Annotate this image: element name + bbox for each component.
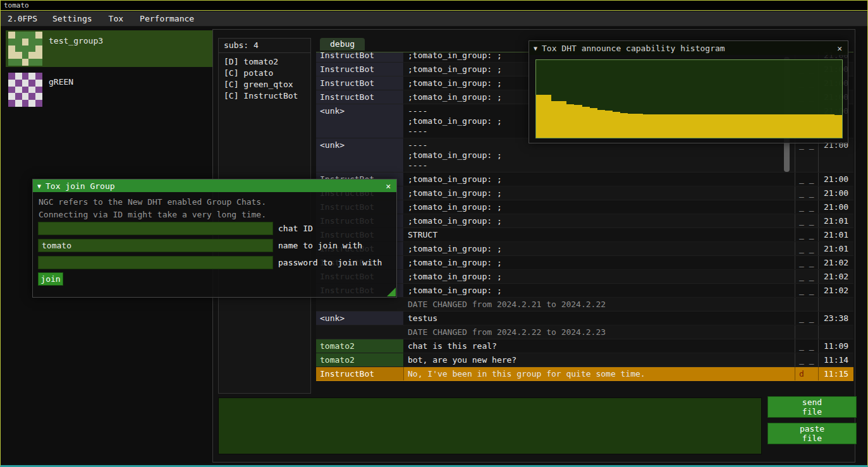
message-text: STRUCT [404, 228, 795, 241]
subs-member-potato[interactable]: [C] potato [219, 68, 310, 79]
message-time: 11:14 [818, 353, 853, 367]
sender-name: <unk> [316, 312, 404, 325]
tab-debug[interactable]: debug [320, 38, 365, 51]
sender-name: InstructBot [316, 63, 404, 76]
sender-name: tomato2 [316, 339, 404, 353]
message-row[interactable]: tomato2bot, are you new here?_ _11:14 [316, 353, 853, 367]
message-text: ;tomato_in_group: ; [404, 214, 795, 227]
message-time: 21:02 [818, 256, 853, 269]
chat-id-input[interactable] [38, 222, 273, 235]
group-name: test_group3 [49, 36, 103, 67]
group-item-test_group3[interactable]: test_group3 [6, 30, 212, 67]
resize-grip-icon[interactable] [387, 288, 396, 296]
message-input[interactable] [218, 397, 762, 454]
menu-item-tox[interactable]: Tox [101, 11, 131, 26]
group-item-gREEN[interactable]: gREEN [6, 71, 212, 108]
delivery-flags: _ _ [795, 353, 818, 367]
message-time: 11:09 [818, 339, 853, 353]
sender-name: InstructBot [316, 367, 404, 380]
histogram-bar [566, 104, 574, 138]
join-password-input[interactable] [38, 256, 273, 269]
histogram-bar [781, 114, 788, 138]
date-separator-row[interactable]: DATE CHANGED from 2024.2.21 to 2024.2.22 [316, 298, 853, 312]
message-row[interactable]: InstructBotNo, I've been in this group f… [316, 367, 853, 381]
histogram-bar [796, 114, 804, 138]
date-separator-row[interactable]: DATE CHANGED from 2024.2.22 to 2024.2.23 [316, 325, 853, 339]
collapse-arrow-icon[interactable]: ▼ [37, 183, 41, 190]
paste-file-button[interactable]: paste file [767, 423, 857, 444]
histogram-bar [719, 114, 727, 138]
subs-member-InstructBot[interactable]: [C] InstructBot [219, 90, 310, 102]
histogram-bar [628, 114, 635, 138]
histogram-bar [544, 95, 551, 138]
histogram-bar [666, 114, 674, 138]
histogram-bar [582, 107, 590, 138]
message-time [818, 325, 853, 339]
histogram-bar [651, 114, 658, 138]
histogram-bar [536, 95, 544, 138]
histogram-bar [620, 113, 628, 138]
histogram-bar [804, 114, 811, 138]
message-text: ;tomato_in_group: ; [404, 186, 795, 200]
group-avatar [8, 32, 42, 66]
os-titlebar[interactable]: tomato [1, 1, 867, 11]
histogram-bar [643, 114, 651, 138]
subs-member-green_qtox[interactable]: [C] green_qtox [219, 79, 310, 90]
histogram-bar [559, 101, 566, 138]
histogram-bar [773, 114, 781, 138]
message-time: 23:38 [818, 312, 853, 325]
delivery-flags: _ _ [795, 312, 818, 325]
histogram-bar [712, 114, 719, 138]
delivery-flags: _ _ [795, 186, 818, 200]
message-time: 21:00 [818, 173, 853, 186]
message-row[interactable]: <unk>testus_ _23:38 [316, 312, 853, 325]
sender-name: InstructBot [316, 76, 404, 90]
histogram-bar [811, 114, 819, 138]
delivery-flags: _ _ [795, 270, 818, 283]
histogram-bar [659, 114, 666, 138]
dht-histogram-title: Tox DHT announce capability histogram [542, 44, 725, 53]
subs-member-tomato2[interactable]: [D] tomato2 [219, 56, 310, 68]
histogram-bar [727, 114, 735, 138]
histogram-bar [605, 111, 613, 138]
menu-bar: 2.0FPS SettingsToxPerformance [1, 11, 867, 27]
group-name: gREEN [49, 77, 73, 108]
message-time [818, 298, 853, 311]
message-text: ;tomato_in_group: ; [404, 284, 795, 297]
menu-item-settings[interactable]: Settings [44, 11, 101, 26]
delivery-flags: _ _ [795, 200, 818, 214]
message-time: 21:01 [818, 242, 853, 255]
send-file-button[interactable]: send file [767, 396, 857, 418]
message-text: No, I've been in this group for quite so… [404, 367, 795, 380]
window-title: tomato [4, 1, 29, 9]
delivery-flags: _ _ [795, 214, 818, 227]
sender-name: <unk> [316, 104, 404, 138]
message-text: ;tomato_in_group: ; [404, 200, 795, 214]
dht-histogram-window: ▼ Tox DHT announce capability histogram … [529, 40, 848, 143]
message-row[interactable]: <unk>---- ;tomato_in_group: ; ----_ _21:… [316, 138, 853, 173]
sender-name: <unk> [316, 138, 404, 172]
histogram-bar [613, 112, 620, 138]
dht-histogram-plot[interactable] [535, 59, 843, 138]
close-icon[interactable]: ✕ [836, 44, 843, 53]
message-time: 21:00 [818, 186, 853, 200]
join-button[interactable]: join [38, 272, 63, 286]
join-name-input[interactable] [38, 239, 273, 252]
join-group-window: ▼ Tox join Group ✕ NGC refers to the New… [32, 179, 397, 298]
menu-item-performance[interactable]: Performance [131, 11, 202, 26]
histogram-bar [827, 114, 834, 138]
dht-histogram-titlebar[interactable]: ▼ Tox DHT announce capability histogram … [529, 41, 848, 55]
join-group-titlebar[interactable]: ▼ Tox join Group ✕ [33, 179, 396, 192]
date-changed-text: DATE CHANGED from 2024.2.21 to 2024.2.22 [404, 298, 795, 311]
histogram-bar [597, 110, 605, 138]
message-text: ;tomato_in_group: ; [404, 270, 795, 283]
close-icon[interactable]: ✕ [384, 181, 392, 191]
collapse-arrow-icon[interactable]: ▼ [534, 45, 537, 52]
histogram-bar [750, 114, 758, 138]
message-time: 21:02 [818, 284, 853, 297]
histogram-bar [682, 114, 689, 138]
message-text: ;tomato_in_group: ; [404, 242, 795, 255]
ngc-info-line-2: Connecting via ID might take a very long… [39, 210, 266, 219]
message-time: 21:01 [818, 228, 853, 241]
message-row[interactable]: tomato2chat is this real?_ _11:09 [316, 339, 853, 353]
